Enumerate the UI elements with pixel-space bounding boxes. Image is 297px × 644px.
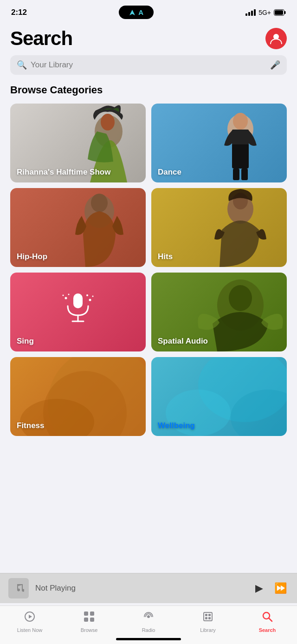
spatial-figure	[194, 273, 287, 351]
battery-icon	[274, 9, 286, 16]
svg-rect-39	[90, 618, 94, 622]
svg-point-8	[233, 113, 248, 130]
sing-icon-container	[59, 290, 97, 327]
search-input[interactable]	[31, 60, 266, 70]
tab-label-library: Library	[200, 627, 216, 633]
radio-icon	[142, 611, 155, 625]
user-icon	[270, 32, 283, 45]
status-bar: 2:12 A 5G+	[0, 0, 297, 23]
svg-rect-2	[275, 10, 283, 15]
fast-forward-button[interactable]: ⏩	[272, 580, 289, 596]
svg-rect-17	[73, 293, 83, 308]
dance-figure	[194, 104, 287, 182]
category-label-hiphop: Hip-Hop	[17, 252, 47, 261]
svg-point-27	[229, 285, 252, 311]
svg-point-20	[65, 297, 67, 299]
play-button[interactable]: ▶	[253, 580, 265, 596]
category-label-rihanna: Rihanna's Halftime Show	[17, 168, 110, 177]
microphone-icon[interactable]: 🎤	[270, 60, 280, 70]
category-label-wellbeing: Wellbeing	[158, 421, 195, 430]
now-playing-bar[interactable]: Not Playing ▶ ⏩	[0, 573, 297, 603]
browse-icon	[83, 611, 95, 625]
tab-search[interactable]: Search	[251, 611, 284, 633]
svg-rect-38	[84, 618, 88, 622]
category-card-spatial[interactable]: Spatial Audio	[151, 273, 287, 351]
hiphop-figure	[53, 188, 146, 267]
svg-marker-0	[129, 10, 135, 15]
svg-point-23	[89, 299, 91, 301]
home-indicator	[116, 638, 181, 640]
svg-rect-9	[232, 143, 249, 169]
svg-point-21	[68, 294, 70, 295]
tab-label-browse: Browse	[81, 627, 98, 633]
svg-point-24	[92, 296, 94, 297]
page-header: Search	[0, 23, 297, 55]
now-playing-controls: ▶ ⏩	[253, 580, 289, 596]
status-center-pill: A	[119, 6, 154, 19]
tab-label-listen-now: Listen Now	[17, 627, 42, 633]
listen-now-icon	[24, 611, 36, 625]
tab-radio[interactable]: Radio	[132, 611, 165, 633]
tab-listen-now[interactable]: Listen Now	[13, 611, 46, 633]
categories-grid: Rihanna's Halftime Show Dance	[10, 104, 287, 436]
search-bar[interactable]: 🔍 🎤	[10, 55, 287, 75]
now-playing-artwork	[8, 578, 29, 598]
svg-rect-42	[205, 614, 207, 616]
search-icon: 🔍	[17, 60, 27, 70]
category-label-hits: Hits	[158, 252, 173, 261]
category-card-wellbeing[interactable]: Wellbeing	[151, 357, 287, 436]
music-note-icon	[13, 583, 24, 594]
svg-point-14	[91, 194, 108, 212]
user-avatar-button[interactable]	[265, 28, 287, 49]
svg-rect-43	[208, 614, 211, 616]
signal-bars	[245, 9, 256, 16]
svg-point-22	[63, 295, 64, 296]
category-card-hiphop[interactable]: Hip-Hop	[10, 188, 146, 267]
tab-browse[interactable]: Browse	[73, 611, 105, 633]
search-bar-container: 🔍 🎤	[0, 55, 297, 84]
svg-rect-45	[208, 617, 211, 619]
status-app-letter: A	[138, 8, 143, 16]
tab-label-search: Search	[259, 627, 276, 633]
svg-marker-35	[29, 615, 32, 618]
svg-rect-11	[233, 169, 239, 180]
category-label-spatial: Spatial Audio	[158, 337, 208, 346]
page-title: Search	[10, 27, 72, 50]
svg-rect-12	[241, 169, 248, 180]
svg-rect-41	[204, 612, 212, 621]
category-label-sing: Sing	[17, 337, 34, 346]
svg-rect-3	[284, 11, 286, 14]
hits-figure	[194, 188, 287, 267]
category-label-dance: Dance	[158, 168, 181, 177]
svg-point-6	[101, 114, 115, 130]
category-card-hits[interactable]: Hits	[151, 188, 287, 267]
browse-section: Browse Categories Rihanna's Halftime Sho…	[0, 84, 297, 443]
library-icon	[202, 611, 214, 625]
svg-line-47	[269, 618, 272, 621]
network-type: 5G+	[258, 9, 271, 16]
svg-point-25	[86, 294, 88, 296]
svg-rect-36	[84, 611, 88, 616]
category-card-rihanna[interactable]: Rihanna's Halftime Show	[10, 104, 146, 182]
browse-title: Browse Categories	[10, 84, 287, 96]
category-label-fitness: Fitness	[17, 421, 45, 430]
status-time: 2:12	[11, 8, 27, 17]
svg-point-40	[147, 615, 150, 618]
microphone-sparkle-icon	[59, 290, 97, 327]
category-card-dance[interactable]: Dance	[151, 104, 287, 182]
svg-rect-37	[90, 611, 94, 616]
svg-rect-10	[232, 130, 249, 144]
category-card-fitness[interactable]: Fitness	[10, 357, 146, 436]
now-playing-text: Not Playing	[35, 584, 247, 593]
status-right: 5G+	[245, 9, 286, 16]
tab-library[interactable]: Library	[192, 611, 224, 633]
tab-label-radio: Radio	[142, 627, 155, 633]
svg-rect-44	[205, 617, 207, 619]
search-tab-icon	[261, 611, 273, 625]
category-card-sing[interactable]: Sing	[10, 273, 146, 351]
